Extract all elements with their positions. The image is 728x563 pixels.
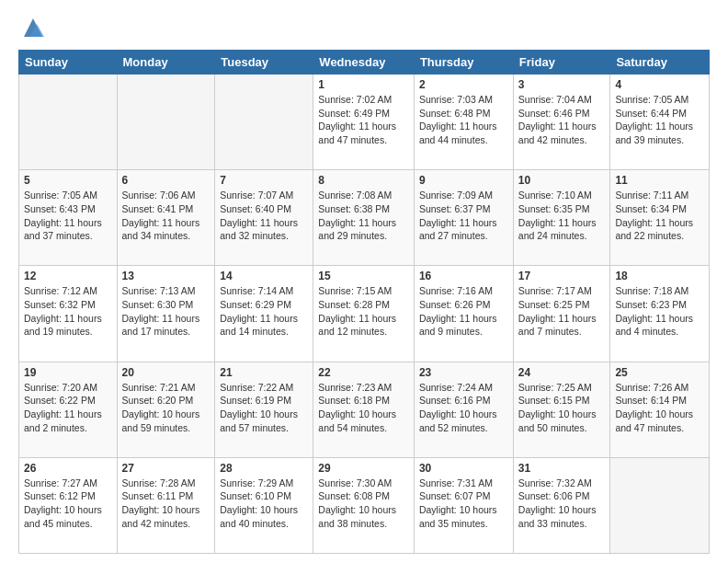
day-number: 4 xyxy=(615,78,704,91)
calendar-cell: 4Sunrise: 7:05 AMSunset: 6:44 PMDaylight… xyxy=(610,75,710,170)
day-number: 16 xyxy=(419,270,508,282)
day-info: Sunrise: 7:18 AMSunset: 6:23 PMDaylight:… xyxy=(615,284,704,339)
day-number: 18 xyxy=(615,270,704,282)
page: SundayMondayTuesdayWednesdayThursdayFrid… xyxy=(0,0,728,563)
day-info: Sunrise: 7:23 AMSunset: 6:18 PMDaylight:… xyxy=(318,381,409,435)
day-info: Sunrise: 7:08 AMSunset: 6:38 PMDaylight:… xyxy=(318,189,409,243)
day-number: 25 xyxy=(615,366,704,379)
weekday-header-row: SundayMondayTuesdayWednesdayThursdayFrid… xyxy=(19,51,710,75)
day-info: Sunrise: 7:26 AMSunset: 6:14 PMDaylight:… xyxy=(615,381,704,435)
weekday-header-sunday: Sunday xyxy=(19,51,118,75)
day-number: 11 xyxy=(615,174,704,187)
calendar-cell: 2Sunrise: 7:03 AMSunset: 6:48 PMDaylight… xyxy=(414,75,513,170)
day-info: Sunrise: 7:06 AMSunset: 6:41 PMDaylight:… xyxy=(122,189,210,243)
calendar-cell: 7Sunrise: 7:07 AMSunset: 6:40 PMDaylight… xyxy=(215,170,313,266)
day-number: 29 xyxy=(318,462,409,475)
calendar-cell xyxy=(610,457,710,553)
calendar-cell: 23Sunrise: 7:24 AMSunset: 6:16 PMDayligh… xyxy=(414,362,513,457)
day-number: 15 xyxy=(318,270,409,282)
day-info: Sunrise: 7:30 AMSunset: 6:08 PMDaylight:… xyxy=(318,477,409,531)
day-number: 2 xyxy=(419,78,508,91)
day-number: 14 xyxy=(220,270,308,282)
calendar-cell: 12Sunrise: 7:12 AMSunset: 6:32 PMDayligh… xyxy=(19,266,118,362)
day-info: Sunrise: 7:27 AMSunset: 6:12 PMDaylight:… xyxy=(24,477,112,531)
day-number: 31 xyxy=(518,462,606,475)
day-info: Sunrise: 7:17 AMSunset: 6:25 PMDaylight:… xyxy=(518,284,606,339)
calendar-cell: 16Sunrise: 7:16 AMSunset: 6:26 PMDayligh… xyxy=(414,266,513,362)
day-number: 20 xyxy=(122,366,210,379)
calendar-cell: 19Sunrise: 7:20 AMSunset: 6:22 PMDayligh… xyxy=(19,362,118,457)
calendar-cell: 8Sunrise: 7:08 AMSunset: 6:38 PMDaylight… xyxy=(313,170,415,266)
weekday-header-wednesday: Wednesday xyxy=(313,51,415,75)
calendar-cell: 21Sunrise: 7:22 AMSunset: 6:19 PMDayligh… xyxy=(215,362,313,457)
calendar-cell: 15Sunrise: 7:15 AMSunset: 6:28 PMDayligh… xyxy=(313,266,415,362)
day-info: Sunrise: 7:29 AMSunset: 6:10 PMDaylight:… xyxy=(220,477,308,531)
calendar-cell: 9Sunrise: 7:09 AMSunset: 6:37 PMDaylight… xyxy=(414,170,513,266)
day-info: Sunrise: 7:02 AMSunset: 6:49 PMDaylight:… xyxy=(318,93,409,147)
calendar-cell: 24Sunrise: 7:25 AMSunset: 6:15 PMDayligh… xyxy=(513,362,610,457)
day-info: Sunrise: 7:12 AMSunset: 6:32 PMDaylight:… xyxy=(24,284,112,339)
logo-icon xyxy=(20,15,46,40)
day-info: Sunrise: 7:09 AMSunset: 6:37 PMDaylight:… xyxy=(419,189,508,243)
week-row-3: 12Sunrise: 7:12 AMSunset: 6:32 PMDayligh… xyxy=(19,266,710,362)
calendar-cell: 13Sunrise: 7:13 AMSunset: 6:30 PMDayligh… xyxy=(117,266,215,362)
day-number: 26 xyxy=(24,462,112,475)
calendar-cell: 18Sunrise: 7:18 AMSunset: 6:23 PMDayligh… xyxy=(610,266,710,362)
day-info: Sunrise: 7:28 AMSunset: 6:11 PMDaylight:… xyxy=(122,477,210,531)
day-info: Sunrise: 7:10 AMSunset: 6:35 PMDaylight:… xyxy=(518,189,606,243)
calendar-cell: 22Sunrise: 7:23 AMSunset: 6:18 PMDayligh… xyxy=(313,362,415,457)
calendar-cell xyxy=(117,75,215,170)
calendar-cell: 5Sunrise: 7:05 AMSunset: 6:43 PMDaylight… xyxy=(19,170,118,266)
calendar-cell: 11Sunrise: 7:11 AMSunset: 6:34 PMDayligh… xyxy=(610,170,710,266)
calendar-cell: 27Sunrise: 7:28 AMSunset: 6:11 PMDayligh… xyxy=(117,457,215,553)
day-number: 24 xyxy=(518,366,606,379)
week-row-2: 5Sunrise: 7:05 AMSunset: 6:43 PMDaylight… xyxy=(19,170,710,266)
day-number: 23 xyxy=(419,366,508,379)
calendar-cell: 3Sunrise: 7:04 AMSunset: 6:46 PMDaylight… xyxy=(513,75,610,170)
day-info: Sunrise: 7:14 AMSunset: 6:29 PMDaylight:… xyxy=(220,284,308,339)
day-number: 5 xyxy=(24,174,112,187)
day-number: 8 xyxy=(318,174,409,187)
day-info: Sunrise: 7:32 AMSunset: 6:06 PMDaylight:… xyxy=(518,477,606,531)
day-info: Sunrise: 7:05 AMSunset: 6:43 PMDaylight:… xyxy=(24,189,112,243)
calendar: SundayMondayTuesdayWednesdayThursdayFrid… xyxy=(18,50,710,554)
day-number: 7 xyxy=(220,174,308,187)
day-info: Sunrise: 7:07 AMSunset: 6:40 PMDaylight:… xyxy=(220,189,308,243)
day-number: 27 xyxy=(122,462,210,475)
calendar-cell xyxy=(19,75,118,170)
calendar-cell: 10Sunrise: 7:10 AMSunset: 6:35 PMDayligh… xyxy=(513,170,610,266)
day-info: Sunrise: 7:25 AMSunset: 6:15 PMDaylight:… xyxy=(518,381,606,435)
calendar-cell: 20Sunrise: 7:21 AMSunset: 6:20 PMDayligh… xyxy=(117,362,215,457)
day-number: 13 xyxy=(122,270,210,282)
calendar-cell: 25Sunrise: 7:26 AMSunset: 6:14 PMDayligh… xyxy=(610,362,710,457)
day-number: 1 xyxy=(318,78,409,91)
day-info: Sunrise: 7:03 AMSunset: 6:48 PMDaylight:… xyxy=(419,93,508,147)
day-number: 9 xyxy=(419,174,508,187)
calendar-cell: 28Sunrise: 7:29 AMSunset: 6:10 PMDayligh… xyxy=(215,457,313,553)
day-info: Sunrise: 7:16 AMSunset: 6:26 PMDaylight:… xyxy=(419,284,508,339)
weekday-header-tuesday: Tuesday xyxy=(215,51,313,75)
day-info: Sunrise: 7:05 AMSunset: 6:44 PMDaylight:… xyxy=(615,93,704,147)
day-number: 6 xyxy=(122,174,210,187)
week-row-5: 26Sunrise: 7:27 AMSunset: 6:12 PMDayligh… xyxy=(19,457,710,553)
day-number: 19 xyxy=(24,366,112,379)
calendar-cell: 29Sunrise: 7:30 AMSunset: 6:08 PMDayligh… xyxy=(313,457,415,553)
weekday-header-friday: Friday xyxy=(513,51,610,75)
day-number: 21 xyxy=(220,366,308,379)
day-number: 10 xyxy=(518,174,606,187)
day-info: Sunrise: 7:13 AMSunset: 6:30 PMDaylight:… xyxy=(122,284,210,339)
day-number: 22 xyxy=(318,366,409,379)
calendar-cell: 6Sunrise: 7:06 AMSunset: 6:41 PMDaylight… xyxy=(117,170,215,266)
calendar-cell: 17Sunrise: 7:17 AMSunset: 6:25 PMDayligh… xyxy=(513,266,610,362)
day-info: Sunrise: 7:22 AMSunset: 6:19 PMDaylight:… xyxy=(220,381,308,435)
day-info: Sunrise: 7:15 AMSunset: 6:28 PMDaylight:… xyxy=(318,284,409,339)
day-info: Sunrise: 7:31 AMSunset: 6:07 PMDaylight:… xyxy=(419,477,508,531)
week-row-1: 1Sunrise: 7:02 AMSunset: 6:49 PMDaylight… xyxy=(19,75,710,170)
calendar-cell: 31Sunrise: 7:32 AMSunset: 6:06 PMDayligh… xyxy=(513,457,610,553)
weekday-header-monday: Monday xyxy=(117,51,215,75)
calendar-cell: 14Sunrise: 7:14 AMSunset: 6:29 PMDayligh… xyxy=(215,266,313,362)
day-number: 17 xyxy=(518,270,606,282)
calendar-cell: 1Sunrise: 7:02 AMSunset: 6:49 PMDaylight… xyxy=(313,75,415,170)
calendar-cell: 30Sunrise: 7:31 AMSunset: 6:07 PMDayligh… xyxy=(414,457,513,553)
logo xyxy=(18,15,46,40)
